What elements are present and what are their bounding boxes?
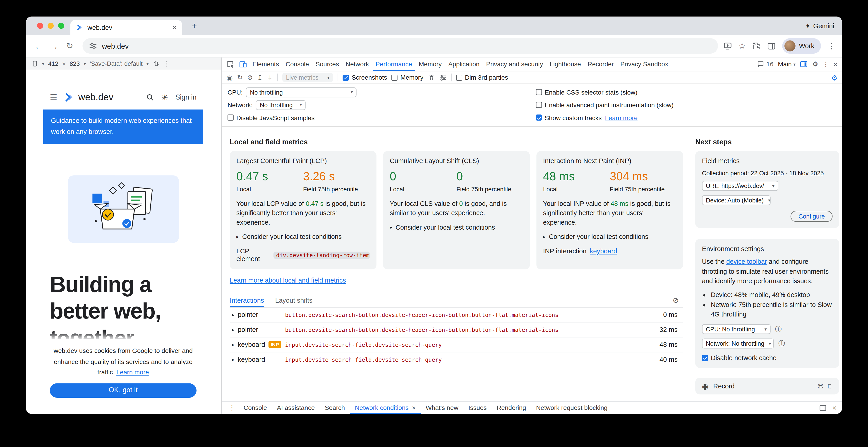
paint-instrumentation-checkbox[interactable]: Enable advanced paint instrumentation (s… — [536, 102, 674, 108]
inp-interaction-link[interactable]: keyboard — [590, 247, 617, 255]
inp-conditions-expander[interactable]: ▸ Consider your local test conditions — [543, 233, 677, 241]
devtools-tab-privacy-sandbox[interactable]: Privacy Sandbox — [617, 58, 672, 71]
cookie-learn-more-link[interactable]: Learn more — [116, 369, 149, 376]
dock-side-icon[interactable] — [800, 60, 808, 68]
devtools-tab-memory[interactable]: Memory — [415, 58, 445, 71]
drawer-tab-issues[interactable]: Issues — [463, 402, 492, 414]
device-toolbar-toggle-icon[interactable] — [236, 58, 249, 71]
save-data-select[interactable]: 'Save-Data': default — [90, 60, 143, 67]
env-cpu-select[interactable]: CPU: No throttling ▾ — [702, 324, 771, 334]
side-panel-icon[interactable] — [768, 42, 776, 50]
record-icon[interactable]: ◉ — [226, 73, 233, 82]
back-button[interactable]: ← — [31, 39, 46, 53]
save-profile-icon[interactable]: ↧ — [267, 73, 273, 81]
devtools-tab-performance[interactable]: Performance — [372, 58, 415, 71]
drawer-menu-icon[interactable]: ⋮ — [225, 404, 239, 411]
inspect-element-icon[interactable] — [224, 58, 236, 71]
row-expander-icon[interactable]: ▸ — [232, 342, 235, 347]
device-select-caret-icon[interactable]: ▾ — [42, 61, 44, 66]
site-info-icon[interactable] — [89, 42, 97, 50]
interaction-target-node[interactable]: button.devsite-search-button.devsite-hea… — [285, 327, 642, 333]
gemini-button[interactable]: ✦ Gemini — [805, 22, 834, 30]
disable-js-samples-checkbox[interactable]: Disable JavaScript samples — [227, 114, 315, 121]
field-url-select[interactable]: URL: https://web.dev/ ▾ — [702, 181, 778, 191]
cpu-info-icon[interactable]: ⓘ — [775, 324, 781, 334]
devtools-menu-icon[interactable]: ⋮ — [823, 60, 829, 68]
hamburger-menu-icon[interactable]: ☰ — [50, 92, 57, 102]
viewport-width-field[interactable]: 412 — [48, 60, 58, 67]
device-toolbar-menu-icon[interactable]: ⋮ — [164, 60, 170, 67]
tab-close-icon[interactable]: × — [172, 24, 177, 31]
css-selector-stats-checkbox[interactable]: Enable CSS selector stats (slow) — [536, 89, 638, 95]
row-expander-icon[interactable]: ▸ — [232, 327, 235, 333]
record-button[interactable]: ◉ Record ⌘ E — [695, 378, 839, 394]
viewport-height-field[interactable]: 823 — [70, 60, 80, 67]
clear-log-icon[interactable]: ⊘ — [673, 296, 683, 305]
interactions-tab[interactable]: Interactions — [230, 294, 264, 307]
load-profile-icon[interactable]: ↥ — [257, 73, 263, 81]
network-throttle-select[interactable]: No throttling ▾ — [256, 100, 306, 110]
dim-3rd-parties-checkbox-box[interactable] — [456, 74, 462, 80]
capture-settings-gear-icon[interactable]: ⚙ — [831, 73, 838, 82]
browser-tab[interactable]: web.dev × — [70, 20, 182, 35]
history-select[interactable]: Live metrics ▾ — [282, 73, 334, 82]
close-window-button[interactable] — [37, 23, 43, 29]
configure-button[interactable]: Configure — [790, 211, 833, 222]
paint-instrumentation-box[interactable] — [536, 102, 542, 108]
profile-chip[interactable]: Work — [782, 38, 821, 54]
rotate-device-icon[interactable] — [153, 60, 160, 67]
minimize-window-button[interactable] — [48, 23, 54, 29]
metrics-learn-more-link[interactable]: Learn more about local and field metrics — [230, 277, 346, 284]
drawer-tab-network-conditions[interactable]: Network conditions × — [350, 402, 421, 414]
interaction-target-node[interactable]: button.devsite-search-button.devsite-hea… — [285, 312, 642, 318]
interaction-row[interactable]: ▸ keyboard INP input.devsite-search-fiel… — [230, 338, 683, 352]
record-reload-icon[interactable]: ↻ — [237, 73, 243, 81]
layout-shifts-tab[interactable]: Layout shifts — [275, 294, 312, 307]
row-expander-icon[interactable]: ▸ — [232, 357, 235, 363]
devtools-tab-application[interactable]: Application — [445, 58, 483, 71]
memory-checkbox[interactable]: Memory — [392, 74, 423, 81]
device-toolbar-link[interactable]: device toolbar — [726, 257, 767, 265]
screenshots-checkbox-box[interactable] — [343, 74, 349, 80]
interaction-target-node[interactable]: input.devsite-search-field.devsite-searc… — [285, 342, 642, 348]
new-tab-button[interactable]: + — [188, 19, 201, 32]
cls-conditions-expander[interactable]: ▸ Consider your local test conditions — [390, 224, 523, 231]
device-select-icon[interactable] — [31, 60, 38, 67]
browser-menu-icon[interactable]: ⋮ — [828, 41, 835, 50]
extensions-puzzle-icon[interactable] — [752, 42, 761, 50]
drawer-tab-search[interactable]: Search — [320, 402, 350, 414]
drawer-tab-network-request-blocking[interactable]: Network request blocking — [531, 402, 613, 414]
interaction-row[interactable]: ▸ keyboard input.devsite-search-field.de… — [230, 352, 683, 367]
bookmark-star-icon[interactable]: ☆ — [738, 41, 746, 51]
forward-button[interactable]: → — [47, 39, 62, 53]
devtools-tab-privacy-security[interactable]: Privacy and security — [483, 58, 547, 71]
devtools-settings-gear-icon[interactable]: ⚙ — [812, 60, 818, 68]
js-context-select[interactable]: Main ▾ — [778, 61, 796, 67]
interaction-row[interactable]: ▸ pointer button.devsite-search-button.d… — [230, 322, 683, 338]
dim-3rd-parties-checkbox[interactable]: Dim 3rd parties — [456, 74, 508, 81]
field-device-select[interactable]: Device: Auto (Mobile) ▾ — [702, 195, 771, 205]
address-bar[interactable]: web.dev — [83, 38, 718, 54]
drawer-tab-console[interactable]: Console — [239, 402, 272, 414]
tune-sliders-icon[interactable] — [439, 74, 447, 81]
devtools-tab-elements[interactable]: Elements — [249, 58, 282, 71]
zoom-select-caret-icon[interactable]: ▾ — [84, 61, 86, 66]
devtools-tab-sources[interactable]: Sources — [312, 58, 342, 71]
devtools-tab-lighthouse[interactable]: Lighthouse — [547, 58, 584, 71]
show-custom-tracks-checkbox[interactable]: Show custom tracks — [536, 114, 602, 121]
reload-button[interactable]: ↻ — [62, 39, 77, 53]
custom-tracks-learn-more-link[interactable]: Learn more — [605, 114, 638, 121]
drawer-tab-whats-new[interactable]: What's new — [421, 402, 463, 414]
css-selector-stats-box[interactable] — [536, 89, 542, 95]
promo-banner[interactable]: Guidance to build modern web experiences… — [43, 109, 203, 144]
env-network-select[interactable]: Network: No throttling ▾ — [702, 339, 774, 349]
memory-checkbox-box[interactable] — [392, 74, 398, 80]
cpu-throttle-select[interactable]: No throttling ▾ — [246, 87, 357, 97]
interaction-row[interactable]: ▸ pointer button.devsite-search-button.d… — [230, 308, 683, 322]
disable-js-samples-box[interactable] — [227, 114, 234, 121]
row-expander-icon[interactable]: ▸ — [232, 312, 235, 318]
network-info-icon[interactable]: ⓘ — [778, 339, 785, 348]
site-logo[interactable]: web.dev — [64, 92, 113, 103]
clear-icon[interactable]: ⊘ — [247, 73, 253, 81]
devtools-tab-recorder[interactable]: Recorder — [584, 58, 617, 71]
